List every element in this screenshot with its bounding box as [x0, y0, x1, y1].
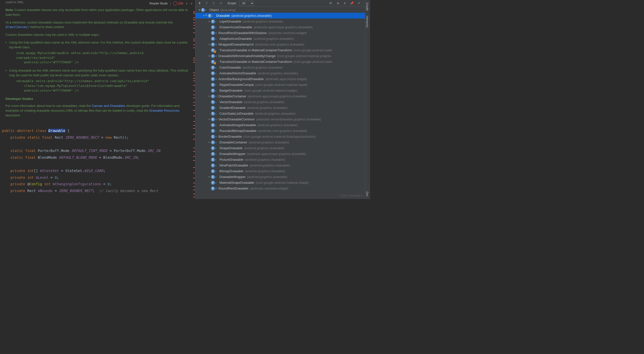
canvas-drawables-link[interactable]: Canvas and Drawables [92, 104, 125, 108]
package-name: (androidx.core.graphics.drawable) [258, 129, 307, 133]
class-icon: C [201, 8, 205, 12]
tree-row-object[interactable]: ▾ C ▸ Object (java.lang) [195, 7, 370, 13]
run-icon: ▸ [215, 124, 218, 126]
tree-row-drawable[interactable]: ▾ * C ▸ Drawable (android.graphics.drawa… [195, 13, 370, 19]
tree-row[interactable]: C▸RoundedBitmapDrawable(androidx.core.gr… [195, 128, 370, 134]
watermark: CSDN @dev晴天 [340, 194, 363, 198]
tree-row[interactable]: C▸DrawableWrapper(androidx.appcompat.gra… [195, 151, 370, 157]
class-icon: C [211, 112, 215, 116]
tree-row[interactable]: CRoundRectDrawable(androidx.cardview.wid… [195, 186, 370, 191]
class-icon: C [211, 158, 215, 162]
run-icon: ▸ [215, 72, 218, 75]
package-private-icon [215, 78, 217, 80]
subtypes-icon[interactable]: ⤵ [211, 1, 216, 6]
hierarchy-tree[interactable]: ▾ C ▸ Object (java.lang) ▾ * C ▸ Drawabl… [195, 7, 370, 199]
class-icon: C [211, 48, 215, 52]
tree-row[interactable]: C▸ShapeDrawable(android.graphics.drawabl… [195, 145, 370, 151]
draw-canvas-link[interactable]: draw(Canvas) [6, 25, 29, 29]
class-name: BitmapDrawable [219, 169, 243, 173]
scope-select[interactable]: All [239, 1, 254, 6]
class-name: BorderDrawable [218, 135, 242, 138]
package-private-icon [215, 96, 217, 97]
tree-row[interactable]: C▸BitmapDrawable(android.graphics.drawab… [195, 168, 370, 174]
drawable-resources-link[interactable]: Drawable Resources [149, 109, 180, 112]
tree-row[interactable]: C▸AnimatedImageDrawable(android.graphics… [195, 122, 370, 128]
tree-row[interactable]: CRoundRectDrawableWithShadow(androidx.ca… [195, 30, 370, 36]
run-icon: ▸ [215, 141, 218, 144]
tree-row[interactable]: CBorderDrawable(com.google.android.mater… [195, 134, 370, 139]
tree-row[interactable]: >CWrappedDrawableApi14(androidx.core.gra… [195, 42, 370, 47]
tab-hierarchy[interactable]: Hierarchy [365, 13, 369, 30]
tree-row[interactable]: C▸ColorDrawable(android.graphics.drawabl… [195, 65, 370, 70]
chevron-icon[interactable]: > [207, 118, 211, 121]
class-name: TransitionDrawable in MaterialContainerT… [219, 48, 292, 52]
error-count[interactable]: 154 [173, 2, 183, 6]
class-hierarchy-icon[interactable]: ⬆ [197, 1, 202, 6]
tree-row[interactable]: C▸RippleDrawableCompat(com.google.androi… [195, 82, 370, 88]
class-icon: C [211, 152, 215, 156]
error-stripe[interactable] [193, 0, 195, 199]
supertypes-icon[interactable]: ⤴ [204, 1, 209, 6]
chevron-icon[interactable]: > [207, 43, 211, 46]
tree-row[interactable]: C▸TransitionDrawable in MaterialContaine… [195, 59, 370, 65]
class-name: MaterialShapeDrawable [219, 181, 254, 185]
class-name: DrawableWrapper [219, 152, 246, 156]
class-name: DrawableContainer [219, 140, 247, 144]
tree-row[interactable]: C▸BadgeDrawable(com.google.android.mater… [195, 88, 370, 93]
run-icon: ▸ [215, 164, 218, 167]
class-icon: C [211, 54, 215, 58]
tree-row[interactable]: >CVectorDrawableCommon(androidx.vectordr… [195, 116, 370, 122]
chevron-icon[interactable]: > [207, 20, 211, 23]
package-private-icon [215, 188, 217, 189]
class-icon: C [211, 106, 215, 110]
open-new-icon[interactable]: ↗ [357, 1, 361, 6]
package-name: (android.graphics.drawable) [245, 158, 285, 161]
next-highlight-icon[interactable]: ∨ [190, 2, 193, 5]
tree-row[interactable]: C▸PictureDrawable(android.graphics.drawa… [195, 157, 370, 162]
tree-row[interactable]: >C▸DrawableContainer(android.graphics.dr… [195, 139, 370, 145]
tree-row[interactable]: C▸NinePatchDrawable(android.graphics.dra… [195, 162, 370, 168]
autoscroll-icon[interactable]: ⇲ [336, 1, 340, 6]
package-private-icon [215, 32, 217, 34]
chevron-down-icon[interactable]: ▾ [197, 9, 201, 11]
package-name: (com.google.android.mater [293, 48, 332, 52]
reader-mode-label[interactable]: Reader Mode [149, 2, 168, 5]
tree-row[interactable]: C▸AdaptiveIconDrawable(android.graphics.… [195, 36, 370, 42]
tab-device[interactable]: Dev [365, 189, 369, 199]
prev-highlight-icon[interactable]: ∧ [186, 2, 188, 5]
chevron-icon[interactable]: > [207, 95, 211, 98]
class-icon: C [211, 163, 215, 167]
tree-row[interactable]: >CDrawableWithAnimatedVisibilityChange(c… [195, 53, 370, 59]
chevron-icon[interactable]: > [207, 175, 211, 178]
run-icon: ▸ [215, 176, 218, 178]
class-name: VectorDrawableCommon [218, 117, 255, 121]
tree-row[interactable]: C▸AnimatedVectorDrawable(android.graphic… [195, 70, 370, 76]
class-icon: C [211, 83, 215, 87]
tree-row[interactable]: >CDrawableContainer(androidx.appcompat.g… [195, 93, 370, 99]
expand-all-icon[interactable]: ≡ [343, 1, 347, 6]
tree-row[interactable]: >C▸LayerDrawable(android.graphics.drawab… [195, 19, 370, 24]
run-icon: ▸ [215, 112, 218, 115]
tree-row[interactable]: C▸TransitionDrawable in MaterialContaine… [195, 47, 370, 53]
pin-icon[interactable]: 📌 [350, 1, 354, 6]
tree-row[interactable]: C▸MaterialShapeDrawable(com.google.andro… [195, 180, 370, 186]
sort-icon[interactable]: ↓ª [218, 1, 223, 6]
chevron-icon[interactable]: > [207, 141, 211, 144]
tree-row[interactable]: C▸DrawerArrowDrawable(androidx.appcompat… [195, 24, 370, 30]
tree-row[interactable]: CActionBarBackgroundDrawable(androidx.ap… [195, 76, 370, 82]
doc-code-2: <drawable xmlns:android="http://schemas.… [9, 79, 190, 93]
class-name: AnimatedImageDrawable [219, 123, 256, 127]
chevron-icon[interactable]: > [207, 55, 211, 57]
class-name: ColorDrawable [219, 66, 241, 69]
class-name: DrawableContainer [218, 94, 246, 98]
tree-row[interactable]: C▸GradientDrawable(android.graphics.draw… [195, 105, 370, 111]
tree-row[interactable]: C▸ColorStateListDrawable(android.graphic… [195, 111, 370, 116]
hierarchy-panel: ⬆ ⤴ ⤵ ↓ª Scope: All ⟳ ⇲ ≡ 📌 ↗ ✕ ▾ C ▸ Ob… [195, 0, 370, 199]
tree-row[interactable]: >C▸DrawableWrapper(android.graphics.draw… [195, 174, 370, 180]
chevron-down-icon[interactable]: ▾ [202, 14, 205, 17]
source-code[interactable]: public abstract class Drawable { private… [0, 121, 195, 199]
package-name: (com.google.android.material.badge) [244, 89, 297, 92]
tree-row[interactable]: C▸VectorDrawable(android.graphics.drawab… [195, 99, 370, 105]
refresh-icon[interactable]: ⟳ [329, 1, 333, 6]
tab-gradle[interactable]: Gradle [365, 0, 369, 13]
